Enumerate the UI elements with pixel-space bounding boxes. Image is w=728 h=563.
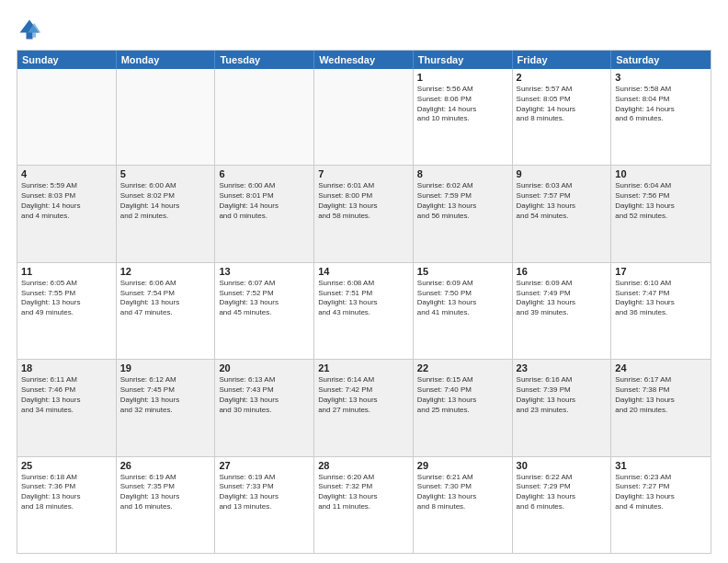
day-info: Sunrise: 6:13 AM Sunset: 7:43 PM Dayligh… xyxy=(219,375,310,415)
logo xyxy=(17,17,46,42)
day-number: 23 xyxy=(517,362,608,373)
day-number: 22 xyxy=(417,362,508,373)
calendar-row-4: 18Sunrise: 6:11 AM Sunset: 7:46 PM Dayli… xyxy=(17,359,711,455)
empty-cell xyxy=(314,69,414,165)
day-cell-19: 19Sunrise: 6:12 AM Sunset: 7:45 PM Dayli… xyxy=(117,360,216,455)
day-cell-20: 20Sunrise: 6:13 AM Sunset: 7:43 PM Dayli… xyxy=(215,360,314,455)
day-info: Sunrise: 6:21 AM Sunset: 7:30 PM Dayligh… xyxy=(417,473,508,512)
header-day-saturday: Saturday xyxy=(611,51,711,69)
day-info: Sunrise: 6:23 AM Sunset: 7:27 PM Dayligh… xyxy=(615,473,707,512)
day-info: Sunrise: 6:07 AM Sunset: 7:52 PM Dayligh… xyxy=(219,279,310,318)
day-number: 17 xyxy=(615,266,707,277)
day-number: 15 xyxy=(417,266,508,277)
day-info: Sunrise: 6:22 AM Sunset: 7:29 PM Dayligh… xyxy=(517,473,608,512)
calendar-row-2: 4Sunrise: 5:59 AM Sunset: 8:03 PM Daylig… xyxy=(17,165,711,261)
day-cell-10: 10Sunrise: 6:04 AM Sunset: 7:56 PM Dayli… xyxy=(611,166,711,261)
day-number: 26 xyxy=(120,460,211,471)
day-cell-3: 3Sunrise: 5:58 AM Sunset: 8:04 PM Daylig… xyxy=(611,69,711,165)
day-number: 21 xyxy=(318,362,409,373)
day-number: 9 xyxy=(517,168,608,179)
day-number: 12 xyxy=(120,266,211,277)
empty-cell xyxy=(215,69,314,165)
day-cell-31: 31Sunrise: 6:23 AM Sunset: 7:27 PM Dayli… xyxy=(611,457,711,553)
day-info: Sunrise: 6:16 AM Sunset: 7:39 PM Dayligh… xyxy=(517,375,608,415)
day-cell-29: 29Sunrise: 6:21 AM Sunset: 7:30 PM Dayli… xyxy=(414,457,513,553)
day-info: Sunrise: 5:58 AM Sunset: 8:04 PM Dayligh… xyxy=(615,85,707,124)
day-cell-27: 27Sunrise: 6:19 AM Sunset: 7:33 PM Dayli… xyxy=(215,457,314,553)
day-info: Sunrise: 5:59 AM Sunset: 8:03 PM Dayligh… xyxy=(21,181,112,221)
day-info: Sunrise: 6:04 AM Sunset: 7:56 PM Dayligh… xyxy=(615,181,707,221)
day-cell-17: 17Sunrise: 6:10 AM Sunset: 7:47 PM Dayli… xyxy=(611,263,711,359)
day-cell-18: 18Sunrise: 6:11 AM Sunset: 7:46 PM Dayli… xyxy=(17,360,117,455)
header-day-wednesday: Wednesday xyxy=(314,51,414,69)
day-number: 7 xyxy=(318,168,409,179)
day-number: 25 xyxy=(21,460,112,471)
day-number: 30 xyxy=(517,460,608,471)
day-info: Sunrise: 6:18 AM Sunset: 7:36 PM Dayligh… xyxy=(21,473,112,512)
day-cell-5: 5Sunrise: 6:00 AM Sunset: 8:02 PM Daylig… xyxy=(117,166,216,261)
day-number: 20 xyxy=(219,362,310,373)
day-info: Sunrise: 6:15 AM Sunset: 7:40 PM Dayligh… xyxy=(417,375,508,415)
header-day-thursday: Thursday xyxy=(414,51,513,69)
empty-cell xyxy=(17,69,117,165)
day-info: Sunrise: 6:06 AM Sunset: 7:54 PM Dayligh… xyxy=(120,279,211,318)
day-info: Sunrise: 6:09 AM Sunset: 7:49 PM Dayligh… xyxy=(517,279,608,318)
day-info: Sunrise: 6:19 AM Sunset: 7:35 PM Dayligh… xyxy=(120,473,211,512)
calendar-body: 1Sunrise: 5:56 AM Sunset: 8:06 PM Daylig… xyxy=(17,69,711,553)
day-number: 3 xyxy=(615,72,707,83)
day-cell-12: 12Sunrise: 6:06 AM Sunset: 7:54 PM Dayli… xyxy=(117,263,216,359)
day-number: 29 xyxy=(417,460,508,471)
day-cell-9: 9Sunrise: 6:03 AM Sunset: 7:57 PM Daylig… xyxy=(513,166,612,261)
day-cell-13: 13Sunrise: 6:07 AM Sunset: 7:52 PM Dayli… xyxy=(215,263,314,359)
day-number: 28 xyxy=(318,460,409,471)
header-day-friday: Friday xyxy=(513,51,612,69)
day-info: Sunrise: 6:19 AM Sunset: 7:33 PM Dayligh… xyxy=(219,473,310,512)
day-cell-15: 15Sunrise: 6:09 AM Sunset: 7:50 PM Dayli… xyxy=(414,263,513,359)
day-number: 5 xyxy=(120,168,211,179)
day-cell-4: 4Sunrise: 5:59 AM Sunset: 8:03 PM Daylig… xyxy=(17,166,117,261)
header xyxy=(17,17,711,42)
day-cell-30: 30Sunrise: 6:22 AM Sunset: 7:29 PM Dayli… xyxy=(513,457,612,553)
day-number: 14 xyxy=(318,266,409,277)
day-info: Sunrise: 6:09 AM Sunset: 7:50 PM Dayligh… xyxy=(417,279,508,318)
day-number: 13 xyxy=(219,266,310,277)
day-cell-7: 7Sunrise: 6:01 AM Sunset: 8:00 PM Daylig… xyxy=(314,166,414,261)
calendar-row-5: 25Sunrise: 6:18 AM Sunset: 7:36 PM Dayli… xyxy=(17,456,711,553)
day-info: Sunrise: 6:03 AM Sunset: 7:57 PM Dayligh… xyxy=(517,181,608,221)
day-number: 2 xyxy=(517,72,608,83)
day-number: 27 xyxy=(219,460,310,471)
day-cell-22: 22Sunrise: 6:15 AM Sunset: 7:40 PM Dayli… xyxy=(414,360,513,455)
day-info: Sunrise: 6:00 AM Sunset: 8:01 PM Dayligh… xyxy=(219,181,310,221)
header-day-monday: Monday xyxy=(117,51,216,69)
day-cell-8: 8Sunrise: 6:02 AM Sunset: 7:59 PM Daylig… xyxy=(414,166,513,261)
day-number: 24 xyxy=(615,362,707,373)
calendar: SundayMondayTuesdayWednesdayThursdayFrid… xyxy=(17,50,711,554)
calendar-row-1: 1Sunrise: 5:56 AM Sunset: 8:06 PM Daylig… xyxy=(17,69,711,165)
calendar-header: SundayMondayTuesdayWednesdayThursdayFrid… xyxy=(17,51,711,69)
day-info: Sunrise: 6:11 AM Sunset: 7:46 PM Dayligh… xyxy=(21,375,112,415)
day-info: Sunrise: 5:57 AM Sunset: 8:05 PM Dayligh… xyxy=(517,85,608,124)
day-cell-1: 1Sunrise: 5:56 AM Sunset: 8:06 PM Daylig… xyxy=(414,69,513,165)
day-info: Sunrise: 5:56 AM Sunset: 8:06 PM Dayligh… xyxy=(417,85,508,124)
day-number: 11 xyxy=(21,266,112,277)
day-info: Sunrise: 6:00 AM Sunset: 8:02 PM Dayligh… xyxy=(120,181,211,221)
page: SundayMondayTuesdayWednesdayThursdayFrid… xyxy=(0,0,728,563)
day-number: 31 xyxy=(615,460,707,471)
day-cell-14: 14Sunrise: 6:08 AM Sunset: 7:51 PM Dayli… xyxy=(314,263,414,359)
day-info: Sunrise: 6:12 AM Sunset: 7:45 PM Dayligh… xyxy=(120,375,211,415)
day-info: Sunrise: 6:10 AM Sunset: 7:47 PM Dayligh… xyxy=(615,279,707,318)
empty-cell xyxy=(117,69,216,165)
day-cell-26: 26Sunrise: 6:19 AM Sunset: 7:35 PM Dayli… xyxy=(117,457,216,553)
day-cell-2: 2Sunrise: 5:57 AM Sunset: 8:05 PM Daylig… xyxy=(513,69,612,165)
day-cell-28: 28Sunrise: 6:20 AM Sunset: 7:32 PM Dayli… xyxy=(314,457,414,553)
header-day-tuesday: Tuesday xyxy=(215,51,314,69)
day-cell-21: 21Sunrise: 6:14 AM Sunset: 7:42 PM Dayli… xyxy=(314,360,414,455)
day-cell-25: 25Sunrise: 6:18 AM Sunset: 7:36 PM Dayli… xyxy=(17,457,117,553)
day-number: 8 xyxy=(417,168,508,179)
day-cell-24: 24Sunrise: 6:17 AM Sunset: 7:38 PM Dayli… xyxy=(611,360,711,455)
day-info: Sunrise: 6:17 AM Sunset: 7:38 PM Dayligh… xyxy=(615,375,707,415)
day-info: Sunrise: 6:20 AM Sunset: 7:32 PM Dayligh… xyxy=(318,473,409,512)
day-cell-11: 11Sunrise: 6:05 AM Sunset: 7:55 PM Dayli… xyxy=(17,263,117,359)
day-number: 10 xyxy=(615,168,707,179)
day-info: Sunrise: 6:02 AM Sunset: 7:59 PM Dayligh… xyxy=(417,181,508,221)
